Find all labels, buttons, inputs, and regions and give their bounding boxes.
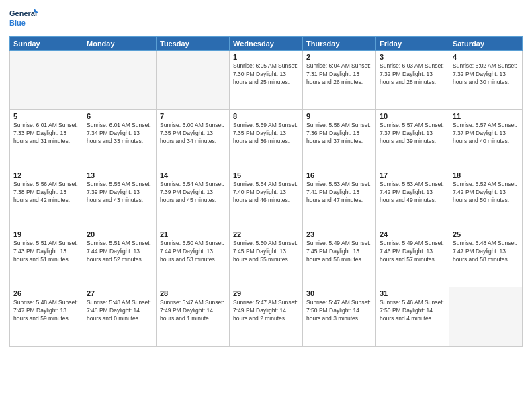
cell-info: Sunrise: 6:00 AM Sunset: 7:35 PM Dayligh… bbox=[160, 122, 226, 146]
day-number: 24 bbox=[380, 230, 445, 238]
day-number: 18 bbox=[453, 171, 519, 179]
calendar-cell: 29Sunrise: 5:47 AM Sunset: 7:49 PM Dayli… bbox=[230, 287, 303, 347]
calendar-cell: 13Sunrise: 5:55 AM Sunset: 7:39 PM Dayli… bbox=[83, 169, 157, 228]
day-number: 22 bbox=[233, 230, 299, 238]
calendar-cell: 25Sunrise: 5:48 AM Sunset: 7:47 PM Dayli… bbox=[449, 228, 523, 287]
day-number: 4 bbox=[453, 53, 519, 61]
calendar-cell: 31Sunrise: 5:46 AM Sunset: 7:50 PM Dayli… bbox=[376, 287, 449, 347]
cell-info: Sunrise: 5:58 AM Sunset: 7:36 PM Dayligh… bbox=[306, 122, 372, 146]
calendar-cell: 22Sunrise: 5:50 AM Sunset: 7:45 PM Dayli… bbox=[230, 228, 303, 287]
weekday-header: Monday bbox=[83, 37, 157, 51]
day-number: 26 bbox=[13, 289, 79, 298]
cell-info: Sunrise: 6:02 AM Sunset: 7:32 PM Dayligh… bbox=[453, 62, 519, 87]
cell-info: Sunrise: 5:50 AM Sunset: 7:44 PM Dayligh… bbox=[160, 240, 226, 264]
calendar-cell: 30Sunrise: 5:47 AM Sunset: 7:50 PM Dayli… bbox=[303, 287, 376, 347]
calendar-cell: 1Sunrise: 6:05 AM Sunset: 7:30 PM Daylig… bbox=[230, 51, 303, 110]
cell-info: Sunrise: 5:53 AM Sunset: 7:41 PM Dayligh… bbox=[306, 181, 372, 205]
weekday-header: Sunday bbox=[10, 37, 83, 51]
day-number: 11 bbox=[453, 112, 519, 120]
day-number: 1 bbox=[233, 53, 299, 61]
calendar-week-row: 1Sunrise: 6:05 AM Sunset: 7:30 PM Daylig… bbox=[10, 51, 523, 110]
calendar-week-row: 12Sunrise: 5:56 AM Sunset: 7:38 PM Dayli… bbox=[10, 169, 523, 228]
calendar-cell: 9Sunrise: 5:58 AM Sunset: 7:36 PM Daylig… bbox=[303, 110, 376, 169]
calendar-cell bbox=[83, 51, 157, 110]
cell-info: Sunrise: 5:52 AM Sunset: 7:42 PM Dayligh… bbox=[453, 181, 519, 205]
cell-info: Sunrise: 5:51 AM Sunset: 7:43 PM Dayligh… bbox=[13, 240, 79, 264]
cell-info: Sunrise: 5:47 AM Sunset: 7:49 PM Dayligh… bbox=[233, 299, 299, 323]
calendar-week-row: 26Sunrise: 5:48 AM Sunset: 7:47 PM Dayli… bbox=[10, 287, 523, 347]
calendar-cell: 2Sunrise: 6:04 AM Sunset: 7:31 PM Daylig… bbox=[303, 51, 376, 110]
day-number: 29 bbox=[233, 289, 299, 298]
calendar-cell: 23Sunrise: 5:49 AM Sunset: 7:45 PM Dayli… bbox=[303, 228, 376, 287]
calendar-cell: 7Sunrise: 6:00 AM Sunset: 7:35 PM Daylig… bbox=[157, 110, 230, 169]
cell-info: Sunrise: 5:46 AM Sunset: 7:50 PM Dayligh… bbox=[380, 299, 445, 323]
weekday-header: Thursday bbox=[303, 37, 376, 51]
day-number: 9 bbox=[306, 112, 372, 120]
day-number: 28 bbox=[160, 289, 226, 298]
cell-info: Sunrise: 5:49 AM Sunset: 7:46 PM Dayligh… bbox=[380, 240, 445, 264]
day-number: 19 bbox=[13, 230, 79, 238]
calendar-cell bbox=[157, 51, 230, 110]
day-number: 13 bbox=[87, 171, 152, 179]
day-number: 6 bbox=[87, 112, 152, 120]
calendar-week-row: 19Sunrise: 5:51 AM Sunset: 7:43 PM Dayli… bbox=[10, 228, 523, 287]
day-number: 7 bbox=[160, 112, 226, 120]
cell-info: Sunrise: 5:48 AM Sunset: 7:48 PM Dayligh… bbox=[87, 299, 152, 323]
cell-info: Sunrise: 5:50 AM Sunset: 7:45 PM Dayligh… bbox=[233, 240, 299, 264]
calendar-cell bbox=[449, 287, 523, 347]
calendar-cell: 18Sunrise: 5:52 AM Sunset: 7:42 PM Dayli… bbox=[449, 169, 523, 228]
svg-text:Blue: Blue bbox=[9, 19, 26, 27]
calendar-cell: 4Sunrise: 6:02 AM Sunset: 7:32 PM Daylig… bbox=[449, 51, 523, 110]
cell-info: Sunrise: 5:56 AM Sunset: 7:38 PM Dayligh… bbox=[13, 181, 79, 205]
cell-info: Sunrise: 5:51 AM Sunset: 7:44 PM Dayligh… bbox=[87, 240, 152, 264]
cell-info: Sunrise: 6:05 AM Sunset: 7:30 PM Dayligh… bbox=[233, 62, 299, 87]
day-number: 12 bbox=[13, 171, 79, 179]
weekday-header: Friday bbox=[376, 37, 449, 51]
cell-info: Sunrise: 6:01 AM Sunset: 7:33 PM Dayligh… bbox=[13, 122, 79, 146]
cell-info: Sunrise: 5:47 AM Sunset: 7:50 PM Dayligh… bbox=[306, 299, 372, 323]
calendar-header-row: SundayMondayTuesdayWednesdayThursdayFrid… bbox=[10, 37, 523, 51]
cell-info: Sunrise: 6:01 AM Sunset: 7:34 PM Dayligh… bbox=[87, 122, 152, 146]
calendar-cell: 12Sunrise: 5:56 AM Sunset: 7:38 PM Dayli… bbox=[10, 169, 83, 228]
day-number: 25 bbox=[453, 230, 519, 238]
calendar-cell: 20Sunrise: 5:51 AM Sunset: 7:44 PM Dayli… bbox=[83, 228, 157, 287]
day-number: 2 bbox=[306, 53, 372, 61]
weekday-header: Wednesday bbox=[230, 37, 303, 51]
calendar-cell bbox=[10, 51, 83, 110]
day-number: 15 bbox=[233, 171, 299, 179]
calendar-cell: 21Sunrise: 5:50 AM Sunset: 7:44 PM Dayli… bbox=[157, 228, 230, 287]
calendar-cell: 6Sunrise: 6:01 AM Sunset: 7:34 PM Daylig… bbox=[83, 110, 157, 169]
calendar-cell: 27Sunrise: 5:48 AM Sunset: 7:48 PM Dayli… bbox=[83, 287, 157, 347]
cell-info: Sunrise: 5:53 AM Sunset: 7:42 PM Dayligh… bbox=[380, 181, 445, 205]
calendar-cell: 17Sunrise: 5:53 AM Sunset: 7:42 PM Dayli… bbox=[376, 169, 449, 228]
weekday-header: Saturday bbox=[449, 37, 523, 51]
cell-info: Sunrise: 5:49 AM Sunset: 7:45 PM Dayligh… bbox=[306, 240, 372, 264]
calendar-week-row: 5Sunrise: 6:01 AM Sunset: 7:33 PM Daylig… bbox=[10, 110, 523, 169]
day-number: 14 bbox=[160, 171, 226, 179]
day-number: 5 bbox=[13, 112, 79, 120]
cell-info: Sunrise: 6:03 AM Sunset: 7:32 PM Dayligh… bbox=[380, 62, 445, 87]
cell-info: Sunrise: 5:55 AM Sunset: 7:39 PM Dayligh… bbox=[87, 181, 152, 205]
cell-info: Sunrise: 6:04 AM Sunset: 7:31 PM Dayligh… bbox=[306, 62, 372, 87]
page: General Blue SundayMondayTuesdayWednesda… bbox=[0, 0, 532, 411]
day-number: 20 bbox=[87, 230, 152, 238]
calendar-cell: 10Sunrise: 5:57 AM Sunset: 7:37 PM Dayli… bbox=[376, 110, 449, 169]
calendar-cell: 8Sunrise: 5:59 AM Sunset: 7:35 PM Daylig… bbox=[230, 110, 303, 169]
calendar-cell: 14Sunrise: 5:54 AM Sunset: 7:39 PM Dayli… bbox=[157, 169, 230, 228]
calendar-cell: 11Sunrise: 5:57 AM Sunset: 7:37 PM Dayli… bbox=[449, 110, 523, 169]
cell-info: Sunrise: 5:47 AM Sunset: 7:49 PM Dayligh… bbox=[160, 299, 226, 323]
cell-info: Sunrise: 5:54 AM Sunset: 7:40 PM Dayligh… bbox=[233, 181, 299, 205]
calendar-cell: 16Sunrise: 5:53 AM Sunset: 7:41 PM Dayli… bbox=[303, 169, 376, 228]
header: General Blue bbox=[9, 7, 523, 31]
day-number: 30 bbox=[306, 289, 372, 298]
day-number: 17 bbox=[380, 171, 445, 179]
logo-svg: General Blue bbox=[9, 7, 39, 31]
calendar-cell: 3Sunrise: 6:03 AM Sunset: 7:32 PM Daylig… bbox=[376, 51, 449, 110]
day-number: 31 bbox=[380, 289, 445, 298]
calendar-table: SundayMondayTuesdayWednesdayThursdayFrid… bbox=[9, 36, 523, 347]
cell-info: Sunrise: 5:59 AM Sunset: 7:35 PM Dayligh… bbox=[233, 122, 299, 146]
cell-info: Sunrise: 5:57 AM Sunset: 7:37 PM Dayligh… bbox=[453, 122, 519, 146]
calendar-cell: 15Sunrise: 5:54 AM Sunset: 7:40 PM Dayli… bbox=[230, 169, 303, 228]
weekday-header: Tuesday bbox=[157, 37, 230, 51]
calendar-cell: 19Sunrise: 5:51 AM Sunset: 7:43 PM Dayli… bbox=[10, 228, 83, 287]
